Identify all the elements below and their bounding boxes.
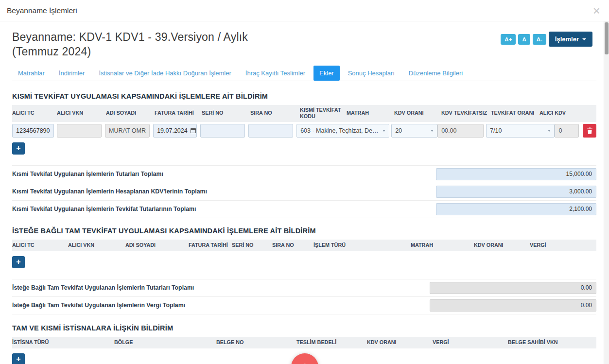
add-row-button-kismi[interactable]: + xyxy=(12,142,25,155)
page-title: Beyanname: KDV-1 KDV1 - 39.Versiyon / Ay… xyxy=(12,30,277,59)
kismi-table-row: 19.07.2024 603 - Makine, Teçhizat, Demir… xyxy=(12,124,596,138)
summary-row: İsteğe Bağlı Tam Tevkifat Uygulanan İşle… xyxy=(12,279,596,297)
kismi-summaries: Kısmi Tevkifat Uygulanan İşlemlerin Tuta… xyxy=(12,165,596,218)
summary-row: Kısmi Tevkifat Uygulanan İşlemlerin Tevk… xyxy=(12,201,596,218)
tab-indirimler[interactable]: İndirimler xyxy=(53,66,90,81)
font-decrease-button[interactable]: A- xyxy=(533,34,546,45)
summary-label-tutarlar-toplami: Kısmi Tevkifat Uygulanan İşlemlerin Tuta… xyxy=(12,171,163,177)
tab-matrahlar[interactable]: Matrahlar xyxy=(12,66,51,81)
column-header-fatura-tarihi: FATURA TARİHİ xyxy=(189,242,232,248)
summary-label-hesaplanan-kdv-toplami: Kısmi Tevkifat Uygulanan İşlemlerin Hesa… xyxy=(12,188,207,195)
seri-no-input[interactable] xyxy=(200,124,245,138)
beyanname-modal: { "colors": { "active_tab": "#1e96ef", "… xyxy=(0,0,609,364)
summary-row: İsteğe Bağlı Tam Tevkifat Uygulanan İşle… xyxy=(12,297,596,314)
page-header: Beyanname: KDV-1 KDV1 - 39.Versiyon / Ay… xyxy=(12,21,596,59)
alici-kdv-input[interactable] xyxy=(555,124,579,138)
column-header-vergi: VERGİ xyxy=(530,242,596,248)
close-icon[interactable]: × xyxy=(593,4,600,17)
tab-ihrac-kayitli-teslimler[interactable]: İhraç Kayıtlı Teslimler xyxy=(240,66,311,81)
column-header-seri-no: SERİ NO xyxy=(232,242,272,248)
header-buttons: A+ A A- İşlemler xyxy=(501,32,592,47)
kismi-table-header: ALICI TC ALICI VKN ADI SOYADI FATURA TAR… xyxy=(12,105,596,122)
column-header-fatura-tarihi: FATURA TARİHİ xyxy=(155,110,202,116)
column-header-belge-no: BELGE NO xyxy=(216,339,296,346)
calendar-icon[interactable] xyxy=(191,128,196,133)
column-header-tevkifat-orani: TEVKİFAT ORANI xyxy=(491,110,539,116)
section-title-istege-bagli: İSTEĞE BAĞLI TAM TEVKİFAT UYGULAMASI KAP… xyxy=(12,227,596,235)
summary-value-istege-tutarlar[interactable] xyxy=(430,282,596,294)
column-header-kdv-orani: KDV ORANI xyxy=(474,242,530,248)
summary-label-istege-tutarlar: İsteğe Bağlı Tam Tevkifat Uygulanan İşle… xyxy=(12,284,194,291)
font-normal-button[interactable]: A xyxy=(518,34,530,45)
column-header-sira-no: SIRA NO xyxy=(250,110,300,116)
column-header-istisna-turu: İSTİSNA TÜRÜ xyxy=(12,339,114,346)
chevron-down-icon xyxy=(582,38,586,40)
column-header-kdv-orani: KDV ORANI xyxy=(394,110,441,116)
column-header-islem-turu: İŞLEM TÜRÜ xyxy=(313,242,411,248)
tab-istisnalar[interactable]: İstisnalar ve Diğer İade Hakkı Doğuran İ… xyxy=(93,66,237,81)
column-header-alici-vkn: ALICI VKN xyxy=(68,242,125,248)
column-header-alici-tc: ALICI TC xyxy=(12,110,57,116)
column-header-matrah: MATRAH xyxy=(411,242,474,248)
modal-title: Beyanname İşlemleri xyxy=(7,6,77,15)
add-row-button-istisna[interactable]: + xyxy=(12,353,25,364)
scrollbar-thumb[interactable] xyxy=(605,22,609,54)
plus-icon: + xyxy=(301,360,308,364)
istisna-table-header: İSTİSNA TÜRÜ BÖLGE BELGE NO TESLİM BEDEL… xyxy=(12,337,596,348)
modal-content: Beyanname: KDV-1 KDV1 - 39.Versiyon / Ay… xyxy=(0,21,609,364)
column-header-bolge: BÖLGE xyxy=(114,339,216,346)
column-header-adi-soyadi: ADI SOYADI xyxy=(125,242,189,248)
chevron-down-icon xyxy=(383,130,385,132)
alici-vkn-input[interactable] xyxy=(57,124,102,138)
islemler-button[interactable]: İşlemler xyxy=(549,32,592,47)
chevron-down-icon xyxy=(431,130,434,132)
tevkifat-orani-value: 7/10 xyxy=(490,127,502,134)
column-header-matrah: MATRAH xyxy=(347,110,394,116)
fatura-tarihi-input[interactable]: 19.07.2024 xyxy=(153,124,197,138)
summary-value-istege-vergi[interactable] xyxy=(430,299,596,312)
column-header-teslim-bedeli: TESLİM BEDELİ xyxy=(296,339,367,346)
alici-tc-input[interactable] xyxy=(12,124,54,138)
istege-summaries: İsteğe Bağlı Tam Tevkifat Uygulanan İşle… xyxy=(12,279,596,314)
summary-row: Kısmi Tevkifat Uygulanan İşlemlerin Tuta… xyxy=(12,166,596,183)
modal-header: Beyanname İşlemleri × xyxy=(0,0,609,21)
tab-duzenleme-bilgileri[interactable]: Düzenleme Bilgileri xyxy=(403,66,469,81)
kismi-tevkifat-kodu-value: 603 - Makine, Teçhizat, Demir... xyxy=(300,127,380,134)
kismi-tevkifat-kodu-select[interactable]: 603 - Makine, Teçhizat, Demir... xyxy=(296,124,389,138)
column-header-kismi-tevkifat-kodu: KISMİ TEVKİFAT KODU xyxy=(300,107,347,120)
chevron-down-icon xyxy=(548,130,551,132)
font-increase-button[interactable]: A+ xyxy=(501,34,516,45)
column-header-vergi: VERGİ xyxy=(433,339,508,346)
summary-value-tevkifat-tutarlari-toplami[interactable] xyxy=(436,203,596,215)
istege-table-header: ALICI TC ALICI VKN ADI SOYADI FATURA TAR… xyxy=(12,240,596,251)
tab-ekler[interactable]: Ekler xyxy=(313,66,340,81)
section-title-kismi-tevkifat: KISMİ TEVKİFAT UYGULAMASI KAPSAMINDAKİ İ… xyxy=(12,92,596,100)
summary-value-hesaplanan-kdv-toplami[interactable] xyxy=(436,186,596,198)
trash-icon xyxy=(587,127,593,134)
tab-bar: Matrahlar İndirimler İstisnalar ve Diğer… xyxy=(12,66,596,81)
column-header-adi-soyadi: ADI SOYADI xyxy=(106,110,155,116)
scrollbar[interactable] xyxy=(604,21,609,364)
column-header-belge-sahibi-vkn: BELGE SAHİBİ VKN xyxy=(508,339,596,346)
column-header-sira-no: SIRA NO xyxy=(272,242,313,248)
tevkifat-orani-select[interactable]: 7/10 xyxy=(486,124,555,138)
column-header-alici-kdv: ALICI KDV xyxy=(539,110,596,116)
add-row-button-istege[interactable]: + xyxy=(12,256,25,268)
column-header-kdv-tevkifatsiz: KDV TEVKİFATSIZ xyxy=(441,110,491,116)
summary-label-istege-vergi: İsteğe Bağlı Tam Tevkifat Uygulanan İşle… xyxy=(12,302,185,309)
kdv-orani-select[interactable]: 20 xyxy=(391,124,437,138)
sira-no-input[interactable] xyxy=(248,124,293,138)
summary-value-tutarlar-toplami[interactable] xyxy=(436,168,596,180)
kdv-tevkifatsiz-input[interactable] xyxy=(437,124,484,138)
tab-sonuc-hesaplari[interactable]: Sonuç Hesapları xyxy=(342,66,400,81)
column-header-seri-no: SERİ NO xyxy=(202,110,250,116)
delete-row-button[interactable] xyxy=(583,124,596,138)
islemler-button-label: İşlemler xyxy=(555,35,579,43)
column-header-alici-tc: ALICI TC xyxy=(12,242,68,248)
fatura-tarihi-value: 19.07.2024 xyxy=(157,127,188,134)
adi-soyadi-input[interactable] xyxy=(105,124,150,138)
column-header-alici-vkn: ALICI VKN xyxy=(57,110,106,116)
kdv-orani-value: 20 xyxy=(395,127,402,134)
column-header-kdv-orani: KDV ORANI xyxy=(367,339,433,346)
section-title-istisnalar: TAM VE KISMİ İSTİSNALARA İLİŞKİN BİLDİRİ… xyxy=(12,324,596,332)
